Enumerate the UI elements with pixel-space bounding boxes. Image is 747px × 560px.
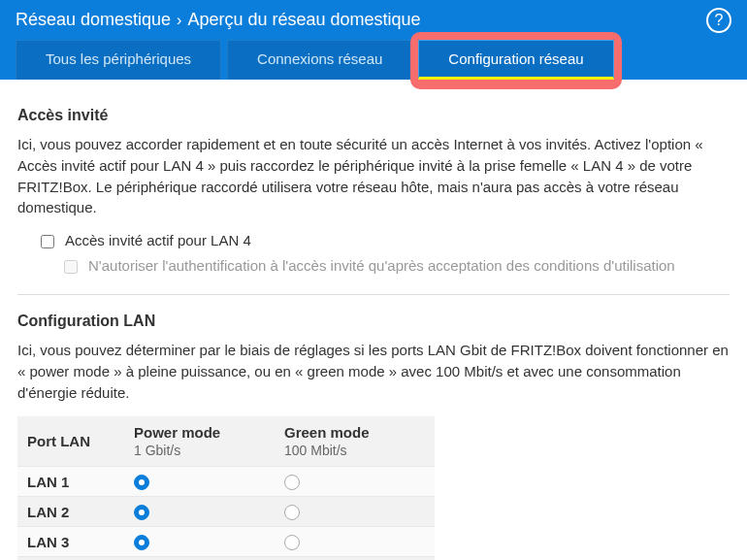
table-row: LAN 1 [17, 467, 435, 497]
col-power: Power mode 1 Gbit/s [124, 416, 275, 467]
lan-config-text: Ici, vous pouvez déterminer par le biais… [17, 340, 730, 403]
guest-access-lan4-label: Accès invité actif pour LAN 4 [65, 232, 251, 248]
power-mode-radio[interactable] [134, 535, 149, 550]
table-row: LAN 3 [17, 527, 435, 557]
power-mode-radio[interactable] [134, 475, 149, 490]
lan-table: Port LAN Power mode 1 Gbit/s Green mode … [17, 416, 435, 560]
breadcrumb: Réseau domestique › Aperçu du réseau dom… [16, 10, 731, 40]
lan-port-label: LAN 2 [17, 497, 124, 527]
guest-access-terms-row: N'autoriser l'authentification à l'accès… [60, 257, 730, 277]
green-mode-radio[interactable] [284, 535, 300, 550]
guest-access-terms-checkbox [64, 260, 78, 274]
col-green: Green mode 100 Mbit/s [275, 416, 435, 467]
tab-all-devices[interactable]: Tous les périphériques [16, 40, 221, 80]
chevron-right-icon: › [177, 12, 181, 29]
tab-network-connections[interactable]: Connexions réseau [227, 40, 412, 80]
lan-port-label: LAN 3 [17, 527, 124, 557]
divider [17, 294, 730, 295]
guest-access-lan4-row[interactable]: Accès invité actif pour LAN 4 [37, 232, 730, 251]
guest-access-lan4-checkbox[interactable] [41, 235, 54, 248]
guest-access-title: Accès invité [17, 107, 730, 124]
power-mode-radio[interactable] [134, 505, 149, 520]
breadcrumb-current: Aperçu du réseau domestique [187, 10, 420, 30]
guest-access-text: Ici, vous pouvez accorder rapidement et … [17, 134, 730, 218]
lan-port-label: LAN 1 [17, 467, 124, 497]
green-mode-radio[interactable] [284, 475, 300, 490]
tabs: Tous les périphériques Connexions réseau… [16, 40, 731, 80]
lan-config-title: Configuration LAN [17, 313, 730, 330]
guest-access-terms-label: N'autoriser l'authentification à l'accès… [88, 257, 675, 274]
green-mode-radio[interactable] [284, 505, 300, 520]
table-row: LAN 2 [17, 497, 435, 527]
breadcrumb-parent[interactable]: Réseau domestique [16, 10, 171, 30]
tab-network-config[interactable]: Configuration réseau [418, 40, 613, 80]
help-icon[interactable]: ? [706, 8, 731, 33]
col-port: Port LAN [17, 416, 124, 467]
